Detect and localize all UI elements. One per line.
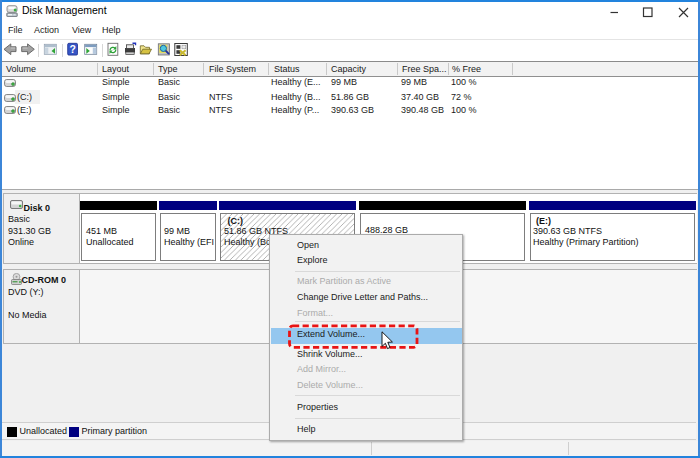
svg-text:?: ? xyxy=(69,43,75,55)
